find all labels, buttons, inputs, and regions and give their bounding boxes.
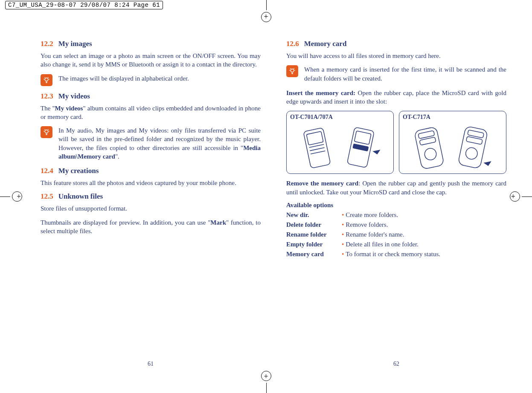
svg-point-2: [291, 69, 294, 72]
body-text: You will have access to all files stored…: [286, 52, 506, 60]
body-text: Insert the memory card: Open the rubber …: [286, 89, 506, 106]
device-caption: OT-C717A: [403, 114, 503, 121]
svg-rect-10: [353, 144, 368, 151]
note-text: The images will be displayed in alphabet…: [58, 74, 261, 83]
text-emphasis: My videos: [55, 105, 83, 112]
option-desc: •Delete all files in one folder.: [342, 241, 506, 248]
body-text: Remove the memory card: Open the rubber …: [286, 179, 506, 196]
svg-rect-11: [414, 127, 445, 170]
svg-line-6: [310, 148, 324, 151]
section-number: 12.6: [286, 40, 299, 48]
text: ".: [115, 153, 119, 160]
option-name: Memory card: [286, 251, 337, 258]
bullet-icon: •: [342, 231, 344, 238]
option-desc: •To format it or check memory status.: [342, 251, 506, 258]
option-desc: •Rename folder's name.: [342, 231, 506, 238]
bullet-icon: •: [342, 221, 344, 228]
svg-line-7: [311, 151, 325, 154]
option-name: Delete folder: [286, 221, 337, 228]
bullet-icon: •: [342, 211, 344, 218]
option-desc: •Remove folders.: [342, 221, 506, 228]
note-row: The images will be displayed in alphabet…: [41, 74, 261, 86]
sub-heading: Available options: [286, 202, 506, 209]
print-meta-tag: C7_UM_USA_29-08-07 29/08/07 8:24 Page 61: [5, 1, 163, 9]
body-text: Store files of unsupported format.: [41, 204, 261, 213]
body-text: The "My videos" album contains all video…: [41, 104, 261, 121]
text-emphasis: Remove the memory card: [286, 180, 358, 187]
crop-mark-icon: [515, 188, 532, 205]
device-diagram-row: OT-C701A/707A: [286, 111, 506, 174]
section-number: 12.3: [41, 92, 53, 100]
bullet-icon: •: [342, 251, 344, 257]
option-desc: •Create more folders.: [342, 211, 506, 219]
lightbulb-icon: [286, 65, 298, 77]
note-row: When a memory card is inserted for the f…: [286, 65, 506, 83]
options-list: New dir. •Create more folders. Delete fo…: [286, 211, 506, 258]
page-number: 62: [286, 361, 506, 367]
text: Rename folder's name.: [346, 231, 404, 238]
section-number: 12.5: [41, 192, 53, 200]
section-heading-12-6: 12.6Memory card: [286, 40, 506, 48]
text: The ": [41, 105, 55, 112]
phone-line-art-icon: [403, 121, 503, 172]
text: Thumbnails are displayed for preview. In…: [41, 219, 210, 226]
section-number: 12.2: [41, 40, 53, 48]
device-diagram-ot-c717a: OT-C717A: [399, 111, 506, 174]
svg-point-18: [465, 147, 478, 160]
option-name: New dir.: [286, 211, 337, 219]
phone-line-art-icon: [290, 121, 390, 172]
option-name: Rename folder: [286, 231, 337, 238]
bullet-icon: •: [342, 241, 344, 248]
body-text: You can select an image or a photo as ma…: [41, 52, 261, 69]
text-emphasis: Mark: [210, 219, 226, 226]
section-heading-12-4: 12.4My creations: [41, 167, 261, 175]
svg-rect-4: [306, 131, 323, 145]
text-emphasis: Insert the memory card:: [286, 90, 355, 96]
lightbulb-icon: [41, 126, 52, 138]
svg-point-0: [45, 78, 48, 81]
svg-point-14: [424, 147, 437, 161]
section-heading-12-5: 12.5Unknown files: [41, 192, 261, 201]
body-text: Thumbnails are displayed for preview. In…: [41, 218, 261, 236]
device-diagram-ot-c701a: OT-C701A/707A: [286, 111, 394, 174]
section-title: My images: [58, 40, 92, 48]
section-title: My creations: [58, 167, 99, 175]
text: Delete all files in one folder.: [346, 241, 419, 248]
page-number: 61: [41, 361, 261, 367]
svg-rect-3: [303, 128, 331, 169]
device-caption: OT-C701A/707A: [290, 114, 390, 121]
section-heading-12-2: 12.2My images: [41, 40, 261, 48]
section-number: 12.4: [41, 167, 53, 175]
note-text: When a memory card is inserted for the f…: [304, 65, 506, 83]
text: In My audio, My images and My videos: on…: [58, 127, 261, 151]
section-title: Unknown files: [58, 192, 103, 200]
body-text: This feature stores all the photos and v…: [41, 179, 261, 187]
note-row: In My audio, My images and My videos: on…: [41, 126, 261, 161]
option-name: Empty folder: [286, 241, 337, 248]
svg-line-5: [309, 144, 324, 147]
section-heading-12-3: 12.3My videos: [41, 92, 261, 101]
text: Create more folders.: [346, 211, 398, 218]
page-right: 12.6Memory card You will have access to …: [286, 36, 506, 367]
section-title: My videos: [58, 92, 90, 100]
svg-rect-15: [458, 126, 488, 169]
crop-mark-icon: [0, 188, 17, 205]
note-text: In My audio, My images and My videos: on…: [58, 126, 261, 161]
lightbulb-icon: [41, 74, 52, 86]
section-title: Memory card: [304, 40, 347, 48]
page-left: 12.2My images You can select an image or…: [41, 36, 261, 367]
text: Remove folders.: [346, 221, 388, 228]
svg-point-1: [45, 130, 48, 133]
svg-rect-9: [354, 131, 371, 144]
text: To format it or check memory status.: [346, 251, 440, 257]
